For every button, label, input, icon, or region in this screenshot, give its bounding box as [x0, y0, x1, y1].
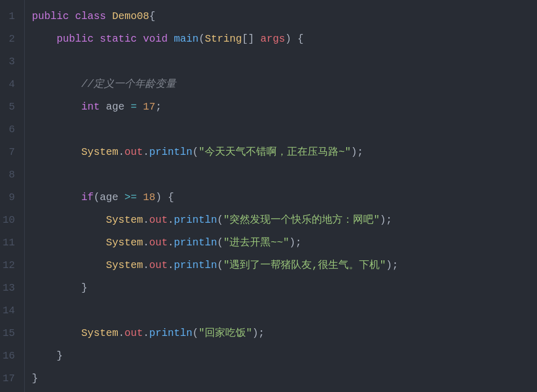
paren-open: (	[217, 214, 223, 226]
code-line-13[interactable]: }	[32, 277, 537, 299]
code-editor[interactable]: public class Demo08{ public static void …	[25, 0, 537, 392]
semicolon: ;	[155, 101, 162, 113]
paren-close: )	[289, 237, 295, 248]
brace-close: }	[57, 350, 63, 362]
code-line-6[interactable]	[32, 118, 537, 141]
code-line-5[interactable]: int age = 17;	[32, 96, 537, 118]
number-literal: 18	[143, 191, 155, 203]
string-quote: "	[223, 214, 229, 226]
code-line-7[interactable]: System.out.println("今天天气不错啊，正在压马路~");	[32, 141, 537, 164]
keyword-class: class	[75, 10, 106, 22]
dot: .	[168, 214, 174, 226]
line-number: 10	[0, 209, 20, 231]
dot: .	[118, 327, 124, 339]
brace-open: {	[168, 191, 174, 203]
string-quote: "	[380, 259, 386, 271]
semicolon: ;	[295, 237, 301, 248]
string-literal: 遇到了一帮猪队友,很生气。下机	[229, 259, 380, 271]
line-number: 12	[0, 254, 20, 277]
object-system: System	[106, 259, 143, 271]
paren-open: (	[94, 191, 100, 203]
paren-close: )	[351, 146, 357, 158]
keyword-int: int	[81, 101, 100, 113]
dot: .	[143, 327, 149, 339]
paren-close: )	[155, 191, 162, 203]
code-line-16[interactable]: }	[32, 345, 537, 367]
string-literal: 回家吃饭	[205, 327, 246, 339]
keyword-if: if	[81, 191, 94, 203]
semicolon: ;	[386, 214, 392, 226]
code-line-4[interactable]: //定义一个年龄变量	[32, 73, 537, 96]
number-literal: 17	[143, 101, 155, 113]
dot: .	[143, 259, 149, 271]
object-system: System	[106, 237, 143, 248]
brackets: []	[242, 33, 254, 45]
dot: .	[168, 237, 174, 248]
string-quote: "	[199, 327, 205, 339]
code-line-10[interactable]: System.out.println("突然发现一个快乐的地方：网吧");	[32, 209, 537, 231]
line-number-gutter: 1 2 3 4 5 6 7 8 9 10 11 12 13 14 15 16 1…	[0, 0, 25, 392]
line-number: 8	[0, 164, 20, 186]
code-line-8[interactable]	[32, 164, 537, 186]
code-line-14[interactable]	[32, 299, 537, 322]
string-literal: 突然发现一个快乐的地方：网吧	[229, 214, 373, 226]
brace-close: }	[32, 372, 38, 384]
param-name: args	[260, 33, 285, 45]
line-number: 4	[0, 73, 20, 96]
var-name: age	[100, 191, 118, 203]
brace-close: }	[81, 282, 87, 294]
line-number: 15	[0, 322, 20, 345]
line-number: 7	[0, 141, 20, 164]
keyword-public: public	[57, 33, 94, 45]
line-number: 14	[0, 299, 20, 322]
property-out: out	[149, 214, 168, 226]
string-quote: "	[246, 327, 252, 339]
semicolon: ;	[258, 327, 264, 339]
line-number: 11	[0, 231, 20, 254]
code-line-12[interactable]: System.out.println("遇到了一帮猪队友,很生气。下机");	[32, 254, 537, 277]
property-out: out	[124, 327, 143, 339]
code-line-1[interactable]: public class Demo08{	[32, 5, 537, 28]
semicolon: ;	[392, 259, 398, 271]
code-line-11[interactable]: System.out.println("进去开黑~~");	[32, 231, 537, 254]
line-number: 16	[0, 345, 20, 367]
method-println: println	[174, 259, 217, 271]
code-line-2[interactable]: public static void main(String[] args) {	[32, 28, 537, 50]
line-number: 6	[0, 118, 20, 141]
dot: .	[143, 146, 149, 158]
code-line-9[interactable]: if(age >= 18) {	[32, 186, 537, 209]
method-println: println	[174, 237, 217, 248]
comment: //定义一个年龄变量	[81, 78, 176, 90]
operator-equals: =	[131, 101, 137, 113]
paren-open: (	[192, 327, 199, 339]
type-name: String	[205, 33, 242, 45]
object-system: System	[106, 214, 143, 226]
property-out: out	[149, 259, 168, 271]
method-println: println	[149, 327, 192, 339]
paren-open: (	[192, 146, 199, 158]
string-quote: "	[373, 214, 380, 226]
line-number: 1	[0, 5, 20, 28]
string-literal: 进去开黑~~	[229, 237, 283, 248]
method-println: println	[149, 146, 192, 158]
paren-open: (	[217, 237, 223, 248]
code-line-3[interactable]	[32, 50, 537, 73]
class-name: Demo08	[112, 10, 149, 22]
keyword-void: void	[143, 33, 168, 45]
paren-close: )	[252, 327, 258, 339]
dot: .	[118, 146, 124, 158]
paren-open: (	[199, 33, 205, 45]
brace-open: {	[149, 10, 155, 22]
dot: .	[143, 214, 149, 226]
code-line-15[interactable]: System.out.println("回家吃饭");	[32, 322, 537, 345]
line-number: 13	[0, 277, 20, 299]
string-quote: "	[199, 146, 205, 158]
method-println: println	[174, 214, 217, 226]
line-number: 5	[0, 96, 20, 118]
code-line-17[interactable]: }	[32, 367, 537, 390]
line-number: 17	[0, 367, 20, 390]
property-out: out	[149, 237, 168, 248]
operator-gte: >=	[124, 191, 137, 203]
string-quote: "	[223, 259, 229, 271]
paren-close: )	[386, 259, 392, 271]
